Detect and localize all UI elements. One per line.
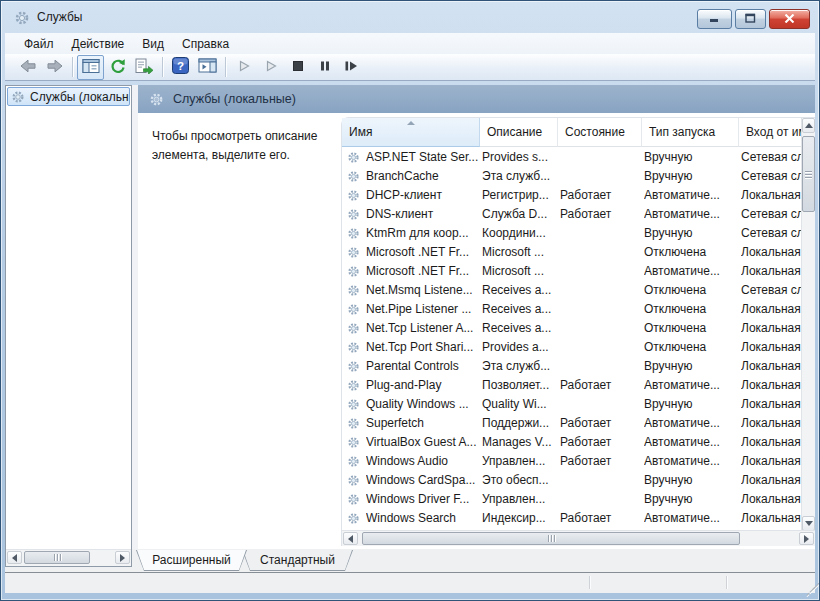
stop-service-button[interactable] <box>284 55 311 80</box>
cell-name: Net.Pipe Listener ... <box>366 300 479 319</box>
services-list-panel: ИмяОписаниеСостояниеТип запускаВход от и… <box>341 117 815 546</box>
cell-logon_as: Локальная система <box>741 300 802 319</box>
column-header[interactable]: Описание <box>480 118 558 147</box>
service-row[interactable]: DHCP-клиентРегистрир...РаботаетАвтоматич… <box>342 186 802 205</box>
show-console-tree-button[interactable] <box>77 55 104 80</box>
menu-item[interactable]: Действие <box>63 34 134 54</box>
list-horizontal-scrollbar[interactable] <box>342 530 815 546</box>
start-service-button[interactable] <box>230 55 257 80</box>
forward-icon <box>45 57 65 78</box>
maximize-button[interactable] <box>735 9 766 29</box>
cell-status <box>560 319 641 338</box>
title-bar[interactable]: Службы <box>1 1 819 33</box>
forward-button[interactable] <box>41 55 68 80</box>
scroll-thumb[interactable] <box>24 551 90 564</box>
cell-logon_as: Локальная система <box>741 186 802 205</box>
cell-status <box>560 338 641 357</box>
resume-service-button[interactable] <box>257 55 284 80</box>
column-header[interactable]: Тип запуска <box>642 118 739 147</box>
scroll-right-button[interactable] <box>115 551 130 564</box>
restart-service-button[interactable] <box>338 55 365 80</box>
service-row[interactable]: Windows CardSpa...Это обесп...ВручнуюЛок… <box>342 471 802 490</box>
cell-name: Net.Tcp Port Shari... <box>366 338 479 357</box>
column-header[interactable]: Состояние <box>558 118 642 147</box>
cell-status <box>560 395 641 414</box>
list-vertical-scrollbar[interactable] <box>801 118 815 531</box>
column-header[interactable]: Вход от имени <box>739 118 805 147</box>
cell-startup_type: Вручную <box>644 224 737 243</box>
cell-logon_as: Локальная система <box>741 471 802 490</box>
gear-icon <box>347 189 360 202</box>
maximize-icon <box>745 12 756 26</box>
cell-name: VirtualBox Guest A... <box>366 433 479 452</box>
back-icon <box>18 57 38 78</box>
service-row[interactable]: Plug-and-PlayПозволяет...РаботаетАвтомат… <box>342 376 802 395</box>
scroll-thumb[interactable] <box>362 532 740 545</box>
toolbar-separator <box>72 57 73 77</box>
cell-startup_type: Отключена <box>644 243 737 262</box>
scroll-down-button[interactable] <box>802 516 815 531</box>
gear-icon <box>347 474 360 487</box>
menu-item[interactable]: Файл <box>15 34 63 54</box>
service-row[interactable]: Windows AudioУправлен...РаботаетАвтомати… <box>342 452 802 471</box>
service-row[interactable]: VirtualBox Guest A...Manages V...Работае… <box>342 433 802 452</box>
tree-horizontal-scrollbar[interactable] <box>6 549 131 566</box>
service-row[interactable]: SuperfetchПоддержи...РаботаетАвтоматиче.… <box>342 414 802 433</box>
service-row[interactable]: Net.Msmq Listene...Receives a...Отключен… <box>342 281 802 300</box>
gear-icon <box>347 208 360 221</box>
close-button[interactable] <box>769 9 810 29</box>
view-tab[interactable]: Стандартный <box>242 550 353 571</box>
cell-logon_as: Локальная система <box>741 452 802 471</box>
toolbar-separator <box>162 57 163 77</box>
resize-grip[interactable] <box>800 577 813 590</box>
cell-logon_as: Локальная система <box>741 319 802 338</box>
service-row[interactable]: Quality Windows ...Quality Wi...ВручнуюЛ… <box>342 395 802 414</box>
scroll-left-button[interactable] <box>343 532 358 545</box>
service-row[interactable]: ASP.NET State Ser...Provides s...Вручную… <box>342 148 802 167</box>
service-row[interactable]: Net.Pipe Listener ...Receives a...Отключ… <box>342 300 802 319</box>
cell-status <box>560 262 641 281</box>
window-title: Службы <box>37 10 82 24</box>
menu-item[interactable]: Справка <box>173 34 238 54</box>
service-row[interactable]: Microsoft .NET Fr...Microsoft ...Автомат… <box>342 262 802 281</box>
pause-service-button[interactable] <box>311 55 338 80</box>
cell-description: Позволяет... <box>482 376 557 395</box>
cell-startup_type: Автоматиче... <box>644 509 737 528</box>
cell-logon_as: Локальная система <box>741 357 802 376</box>
service-row[interactable]: BranchCacheЭта служб...ВручнуюСетевая сл… <box>342 167 802 186</box>
service-row[interactable]: Parental ControlsЭта служб...ВручнуюЛока… <box>342 357 802 376</box>
scroll-left-button[interactable] <box>7 551 22 564</box>
scroll-right-button[interactable] <box>799 532 814 545</box>
column-header[interactable]: Имя <box>342 118 480 147</box>
pause-service-icon <box>319 60 331 75</box>
service-row[interactable]: Windows SearchИндексир...РаботаетАвтомат… <box>342 509 802 528</box>
scroll-thumb[interactable] <box>802 136 815 212</box>
service-row[interactable]: KtmRm для коор...Координи...ВручнуюСетев… <box>342 224 802 243</box>
gear-icon <box>347 455 360 468</box>
back-button[interactable] <box>14 55 41 80</box>
scroll-up-button[interactable] <box>802 118 815 133</box>
minimize-button[interactable] <box>697 9 732 29</box>
gear-icon <box>347 227 360 240</box>
selection-hint-text: Чтобы просмотреть описание элемента, выд… <box>152 127 317 165</box>
cell-name: ASP.NET State Ser... <box>366 148 479 167</box>
cell-name: Parental Controls <box>366 357 479 376</box>
cell-name: Net.Msmq Listene... <box>366 281 479 300</box>
show-action-pane-button[interactable] <box>194 55 221 80</box>
gear-icon <box>347 341 360 354</box>
refresh-button[interactable] <box>104 55 131 80</box>
service-row[interactable]: Microsoft .NET Fr...Microsoft ...Отключе… <box>342 243 802 262</box>
cell-status <box>560 148 641 167</box>
service-row[interactable]: Net.Tcp Port Shari...Provides a...Отключ… <box>342 338 802 357</box>
gear-icon <box>347 360 360 373</box>
cell-logon_as: Локальная система <box>741 338 802 357</box>
menu-item[interactable]: Вид <box>133 34 173 54</box>
service-row[interactable]: Net.Tcp Listener A...Receives a...Отключ… <box>342 319 802 338</box>
help-button[interactable]: ? <box>167 55 194 80</box>
export-list-button[interactable] <box>131 55 158 80</box>
service-row[interactable]: DNS-клиентСлужба D...РаботаетАвтоматиче.… <box>342 205 802 224</box>
tree-item-services-local[interactable]: Службы (локальные) <box>7 87 130 106</box>
service-row[interactable]: Windows Driver F...Управлен...ВручнуюЛок… <box>342 490 802 509</box>
cell-startup_type: Вручную <box>644 357 737 376</box>
view-tab[interactable]: Расширенный <box>136 550 247 571</box>
